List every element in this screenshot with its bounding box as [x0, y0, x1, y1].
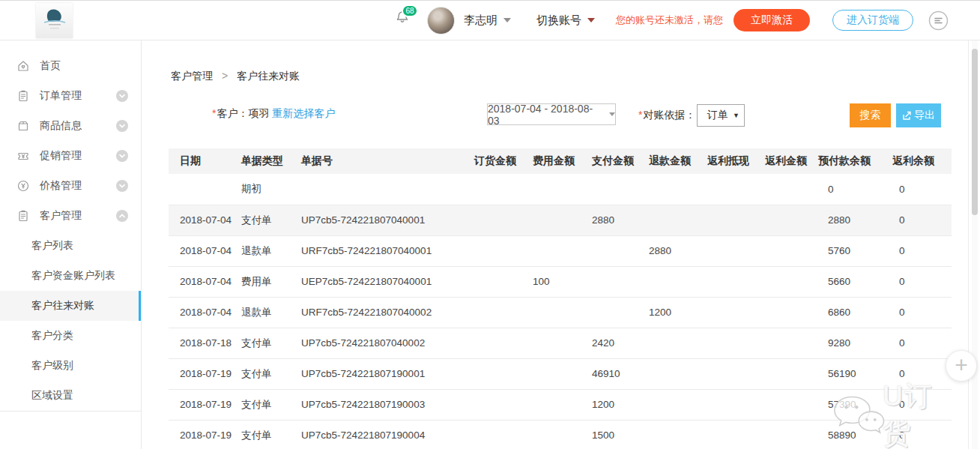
table-row[interactable]: 2018-07-04退款单URF7cb5-7242218070400021200… [169, 297, 952, 328]
activate-now-button[interactable]: 立即激活 [734, 9, 810, 31]
table-cell [649, 266, 707, 297]
logo-image [40, 7, 70, 35]
date-range-picker[interactable]: 2018-07-04 - 2018-08-03 [487, 103, 616, 125]
sidebar-item-价格管理[interactable]: 价格管理 [0, 171, 141, 201]
sidebar-subitem-客户列表[interactable]: 客户列表 [0, 231, 141, 261]
sidebar-subitem-区域设置[interactable]: 区域设置 [0, 381, 141, 411]
breadcrumb-parent[interactable]: 客户管理 [171, 70, 213, 82]
table-cell [765, 266, 818, 297]
table-cell: 5660 [818, 266, 892, 297]
table-cell: URF7cb5-724221807040001 [301, 235, 474, 266]
table-cell: UP7cb5-724221807190001 [301, 358, 474, 389]
customer-icon [16, 209, 30, 223]
table-cell [592, 235, 649, 266]
sidebar-subitem-客户往来对账[interactable]: 客户往来对账 [0, 291, 141, 321]
table-row[interactable]: 期初00 [169, 174, 952, 205]
table-cell: UP7cb5-724221807040002 [301, 328, 474, 358]
enter-ordering-portal-button[interactable]: 进入订货端 [832, 10, 913, 31]
table-cell [649, 358, 707, 389]
table-cell: 0 [892, 389, 952, 420]
table-cell [765, 358, 818, 389]
user-name[interactable]: 李志明 [464, 13, 497, 28]
sidebar-item-label: 首页 [40, 59, 61, 73]
column-header: 订货金额 [474, 148, 533, 174]
table-cell [474, 328, 533, 358]
table-cell: 1200 [649, 297, 707, 328]
sidebar-item-促销管理[interactable]: 促销管理 [0, 141, 141, 171]
top-header-bar: 68 李志明 切换账号 您的账号还未激活，请您 立即激活 进入订货端 [0, 1, 980, 40]
table-cell [649, 389, 707, 420]
table-cell [765, 389, 818, 420]
column-header: 返利金额 [765, 148, 818, 174]
table-cell: 2420 [592, 328, 649, 358]
table-row[interactable]: 2018-07-04退款单URF7cb5-7242218070400012880… [169, 235, 952, 266]
sidebar-subitem-客户资金账户列表[interactable]: 客户资金账户列表 [0, 261, 141, 291]
export-button[interactable]: 导出 [896, 103, 941, 127]
scrollbar-thumb[interactable] [972, 49, 978, 215]
table-cell: 支付单 [241, 389, 301, 420]
table-cell [474, 205, 533, 235]
customer-label: 客户： [217, 107, 248, 119]
circle-menu-icon[interactable] [928, 10, 949, 31]
column-header: 返利抵现 [707, 148, 765, 174]
basis-filter-label: *对账依据： [638, 109, 695, 122]
table-cell [707, 297, 765, 328]
table-cell [649, 205, 707, 235]
table-cell: 2018-07-04 [169, 235, 241, 266]
table-cell [707, 420, 765, 449]
sidebar-item-商品信息[interactable]: 商品信息 [0, 111, 141, 141]
sidebar-item-首页[interactable]: 首页 [0, 51, 141, 81]
table-cell: 57390 [818, 389, 892, 420]
column-header: 费用金额 [533, 148, 592, 174]
table-row[interactable]: 2018-07-04费用单UEP7cb5-7242218070400011005… [169, 266, 952, 297]
basis-select[interactable]: 订单 ▼ [697, 104, 745, 127]
floating-add-button[interactable]: + [946, 350, 977, 382]
table-cell [592, 266, 649, 297]
table-row[interactable]: 2018-07-04支付单UP7cb5-72422180704000128802… [169, 205, 952, 235]
table-cell [649, 420, 707, 449]
table-cell [765, 174, 818, 205]
table-cell: 0 [892, 297, 952, 328]
breadcrumb-current: 客户往来对账 [237, 70, 300, 82]
table-row[interactable]: 2018-07-18支付单UP7cb5-72422180704000224209… [169, 328, 952, 358]
avatar[interactable] [427, 7, 455, 34]
sidebar-item-客户管理[interactable]: 客户管理 [0, 201, 141, 231]
table-cell: UP7cb5-724221807040001 [301, 205, 474, 235]
right-divider [968, 40, 969, 449]
chevron-down-icon[interactable] [503, 18, 511, 22]
chevron-down-icon [116, 150, 128, 162]
table-row[interactable]: 2018-07-19支付单UP7cb5-72422180719000415005… [169, 420, 952, 449]
table-row[interactable]: 2018-07-19支付单UP7cb5-72422180719000312005… [169, 389, 952, 420]
table-cell: UEP7cb5-724221807040001 [301, 266, 474, 297]
table-cell: 支付单 [241, 420, 301, 449]
chevron-down-icon[interactable] [587, 18, 595, 22]
chevron-down-icon [116, 90, 128, 102]
export-button-label: 导出 [914, 109, 935, 122]
sidebar-subitem-label: 区域设置 [31, 389, 73, 403]
sidebar-subitem-客户分类[interactable]: 客户分类 [0, 321, 141, 351]
sidebar-item-label: 促销管理 [40, 149, 82, 163]
chevron-up-icon [116, 210, 128, 222]
sidebar: 首页订单管理商品信息促销管理价格管理客户管理 客户列表客户资金账户列表客户往来对… [0, 40, 142, 449]
table-cell: 2880 [592, 205, 649, 235]
export-icon [902, 111, 912, 121]
table-row[interactable]: 2018-07-19支付单UP7cb5-72422180719000146910… [169, 358, 952, 389]
table-cell [533, 174, 592, 205]
price-icon [16, 179, 30, 193]
reselect-customer-link[interactable]: 重新选择客户 [272, 107, 335, 119]
sidebar-item-订单管理[interactable]: 订单管理 [0, 81, 141, 111]
table-cell: 2018-07-19 [169, 420, 241, 449]
notification-bell[interactable]: 68 [394, 9, 414, 31]
search-button[interactable]: 搜索 [850, 103, 891, 127]
notification-count-badge: 68 [402, 4, 418, 17]
breadcrumb: 客户管理 > 客户往来对账 [171, 70, 300, 83]
column-header: 单据号 [301, 148, 474, 174]
ledger-table-wrap: 日期单据类型单据号订货金额费用金额支付金额退款金额返利抵现返利金额预付款余额返利… [169, 148, 952, 449]
switch-account-button[interactable]: 切换账号 [536, 13, 581, 28]
column-header: 返利余额 [892, 148, 952, 174]
chevron-down-icon [116, 120, 128, 132]
table-cell: URF7cb5-724221807040002 [301, 297, 474, 328]
table-cell [474, 420, 533, 449]
table-cell: 0 [892, 328, 952, 358]
sidebar-subitem-客户级别[interactable]: 客户级别 [0, 351, 141, 381]
